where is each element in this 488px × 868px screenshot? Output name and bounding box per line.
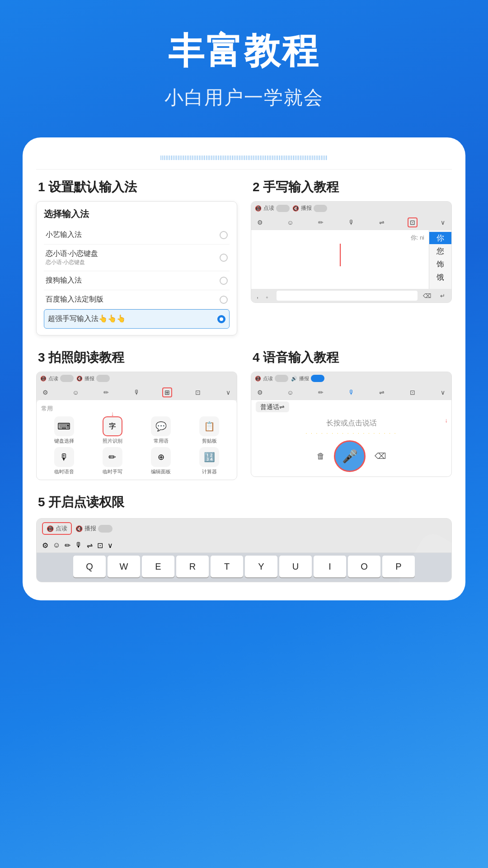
t5-gear-icon: ⚙ [42,541,48,550]
voice-pen-icon: ✏ [316,387,326,397]
voice-mic-icon-toolbar: 🎙 [347,387,357,397]
radio-2 [220,254,228,262]
photo-menu-panel: 常用 ⌨ 键盘选择 ↓ 字 照片识别 💬 常用语 [37,400,237,480]
key-y: Y [245,556,277,577]
key-e: E [142,556,174,577]
candidate-1: 你 [429,232,451,244]
voice-arrow: ↓ [445,417,448,424]
toggle-broadcast: 🔇 播报 [292,204,327,212]
menu-icon-temp-voice: 🎙 [54,447,74,467]
menu-item-photo: ↓ 字 照片识别 [89,416,135,444]
hw-toolbar-icons: ⚙ ☺ ✏ 🎙 ⇌ ⊡ ∨ [251,215,451,230]
t5-keyboard-rows: Q W E R T Y U I O P [37,553,451,582]
candidate-4: 饿 [429,271,451,283]
voice-dots-indicator: · · · · · · · · · · · · · · · · · · [256,431,447,436]
radio-3 [220,277,228,285]
photo-toolbar-icons: ⚙ ☺ ✏ 🎙 ⊞ ⊡ ∨ [37,385,237,400]
menu-label-calculator: 计算器 [202,468,217,475]
select-dialog-title: 选择输入法 [44,208,230,220]
menu-icon-edit-panel: ⊕ [151,447,171,467]
tutorial-3-content: 📵 点读 🔇 播报 ⚙ ☺ ✏ 🎙 ⊞ [36,372,237,480]
t5-mic-icon: 🎙 [75,541,82,550]
select-item-5-active: 超强手写输入法👆👆👆 [44,309,230,329]
menu-label-phrases: 常用语 [154,438,169,444]
t5-toggle-broadcast-sw [98,525,113,533]
key-t: T [211,556,243,577]
face-icon: ☺ [286,217,296,227]
toggle-read: 📵 点读 [255,204,290,212]
menu-label-temp-voice: 临时语音 [54,468,74,475]
photo-toggle-read: 📵 点读 [40,375,74,382]
photo-toggle-read-sw [60,375,74,382]
select-item-2: 恋小语·小恋键盘恋小语·小恋键盘 [44,245,230,271]
menu-icon-clipboard: 📋 [199,416,219,436]
t5-crop-icon: ⊡ [97,541,103,550]
photo-gear-icon: ⚙ [40,387,50,397]
candidate-2: 您 [429,245,451,257]
menu-label-clipboard: 剪贴板 [202,438,217,444]
voice-translate-icon: ⇌ [377,387,387,397]
chevron-icon: ∨ [438,217,448,227]
menu-item-edit-panel: ⊕ 编辑面板 [138,447,184,475]
hw-cursor-line [340,244,341,266]
tutorial-1-content: 选择输入法 小艺输入法 恋小语·小恋键盘恋小语·小恋键盘 搜狗输入法 百度输入法… [36,201,237,335]
punct-comma: , [254,291,261,300]
menu-label-keyboard: 键盘选择 [54,438,74,444]
tutorials-grid: 1 设置默认输入法 选择输入法 小艺输入法 恋小语·小恋键盘恋小语·小恋键盘 搜… [36,179,452,480]
tutorial-4-content: 📵 点读 🔊 播报 ⚙ ☺ ✏ 🎙 ⇌ [251,372,452,477]
menu-item-phrases: 💬 常用语 [138,416,184,444]
key-u: U [279,556,312,577]
handwrite-icon-active: ⊡ [408,217,418,227]
page-header: 丰富教程 小白用户一学就会 [0,0,488,124]
menu-section-title: 常用 [41,405,232,413]
mic-icon: 🎙 [347,217,357,227]
t5-toggle-broadcast: 🔇 播报 [75,524,113,533]
menu-label-temp-handwrite: 临时手写 [103,468,122,475]
menu-label-edit-panel: 编辑面板 [151,468,171,475]
hw-bottom-bar: , 。 ⌫ ↵ [251,289,451,302]
page-subtitle: 小白用户一学就会 [18,85,470,110]
hw-input-preview: 你: ni [411,234,424,242]
menu-item-temp-handwrite: ✏ 临时手写 [89,447,135,475]
key-q: Q [73,556,106,577]
voice-face-icon: ☺ [286,387,296,397]
punct-period: 。 [263,291,275,301]
voice-toolbar-top: 📵 点读 🔊 播报 [251,372,451,385]
t5-chevron-icon: ∨ [108,541,113,550]
t5-toolbar-top: 📵 点读 🔇 播报 [37,519,451,538]
voice-buttons: 🗑 🎤 ⌫ [256,440,447,472]
menu-item-calculator: 🔢 计算器 [187,447,232,475]
tutorial-4-section: 4 语音输入教程 📵 点读 🔊 播报 [251,349,452,480]
voice-delete-btn: 🗑 [317,452,325,461]
photo-face-icon: ☺ [71,387,81,397]
voice-back-btn: ⌫ [375,451,386,461]
tutorial-3-section: 3 拍照朗读教程 📵 点读 🔇 播报 [36,349,237,480]
phone-card: ||||||||||||||||||||||||||||||||||||||||… [23,137,465,600]
key-r: R [176,556,209,577]
t5-pen-icon: ✏ [65,541,70,550]
voice-chevron-icon: ∨ [438,387,448,397]
radio-1 [220,231,228,239]
dialect-selector: 普通话⇌ [251,400,451,414]
voice-toggle-read: 📵 点读 [255,375,288,382]
hw-delete-btn: ⌫ [419,292,435,300]
tutorial-1-section: 1 设置默认输入法 选择输入法 小艺输入法 恋小语·小恋键盘恋小语·小恋键盘 搜… [36,179,237,335]
voice-toggle-broadcast: 🔊 播报 [291,375,324,382]
menu-items-grid: ⌨ 键盘选择 ↓ 字 照片识别 💬 常用语 � [41,416,232,475]
pen-icon: ✏ [316,217,326,227]
tutorial-5-title: 5 开启点读权限 [36,494,452,511]
select-item-4: 百度输入法定制版 [44,290,230,309]
photo-toolbar-top: 📵 点读 🔇 播报 [37,372,237,385]
toggle-broadcast-switch [314,205,327,212]
menu-item-clipboard: 📋 剪贴板 [187,416,232,444]
menu-icon-photo-highlight: 字 [103,416,122,436]
voice-mic-button: 🎤 [334,440,366,472]
tutorial-1-title: 1 设置默认输入法 [36,179,237,196]
voice-toggle-read-sw [275,375,288,382]
tutorial-3-title: 3 拍照朗读教程 [36,349,237,366]
voice-hint-text: 长按或点击说话 [256,419,447,428]
translate-icon: ⇌ [377,217,387,227]
voice-gear-icon: ⚙ [255,387,265,397]
photo-mic-icon: 🎙 [132,387,142,397]
photo-chevron-icon: ∨ [223,387,233,397]
